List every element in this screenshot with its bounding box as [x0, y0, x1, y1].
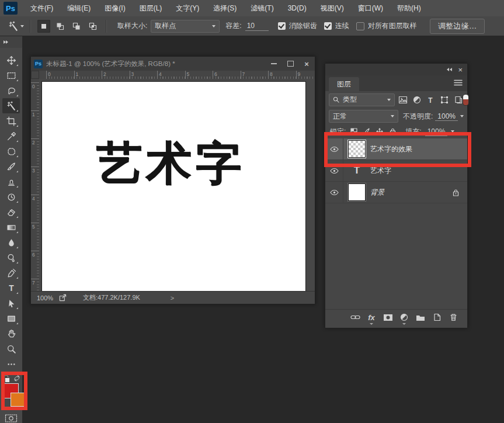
- new-layer-button[interactable]: [432, 312, 442, 323]
- lasso-tool[interactable]: [2, 83, 20, 98]
- pen-tool[interactable]: [2, 265, 20, 280]
- brush-tool[interactable]: [2, 159, 20, 174]
- gradient-tool[interactable]: [2, 220, 20, 235]
- edit-toolbar-button[interactable]: [2, 356, 20, 372]
- sample-size-dropdown[interactable]: 取样点: [151, 20, 220, 33]
- maximize-button[interactable]: [282, 57, 298, 71]
- tolerance-input[interactable]: 10: [245, 21, 269, 31]
- delete-layer-button[interactable]: [448, 312, 458, 323]
- svg-text:T: T: [9, 283, 14, 293]
- opacity-value[interactable]: 100%: [435, 112, 458, 121]
- panel-bottom-bar: fx: [325, 309, 467, 325]
- export-icon[interactable]: [59, 294, 67, 301]
- eyedropper-tool[interactable]: [2, 129, 20, 144]
- close-button[interactable]: ×: [298, 57, 315, 71]
- shape-filter-button[interactable]: [439, 95, 450, 105]
- new-selection-mode-button[interactable]: [37, 20, 50, 33]
- canvas[interactable]: 艺术字: [41, 81, 306, 293]
- visibility-toggle[interactable]: [325, 182, 343, 203]
- sample-all-layers-checkbox[interactable]: [356, 22, 364, 30]
- tool-preset-picker[interactable]: [7, 20, 25, 33]
- rectangle-tool[interactable]: [2, 311, 20, 326]
- menu-type[interactable]: 文字(Y): [169, 0, 206, 16]
- layer-thumbnail-background[interactable]: [348, 183, 366, 201]
- expand-tools-panel-button[interactable]: [0, 36, 22, 48]
- layer-name[interactable]: 艺术字: [370, 166, 467, 176]
- options-bar: 取样大小: 取样点 容差: 10 消除锯齿 连续 对所有图层取样 调整边缘…: [0, 16, 504, 36]
- blend-mode-dropdown[interactable]: 正常: [329, 110, 398, 123]
- maximize-icon: [287, 61, 294, 67]
- filter-kind-dropdown[interactable]: 类型: [329, 93, 395, 106]
- eraser-tool[interactable]: [2, 204, 20, 220]
- contiguous-checkbox[interactable]: [324, 22, 332, 30]
- add-layer-mask-button[interactable]: [383, 312, 393, 323]
- dropdown-caret-icon: [212, 25, 215, 27]
- menu-layer[interactable]: 图层(L): [133, 0, 169, 16]
- crop-tool[interactable]: [2, 113, 20, 129]
- magic-wand-tool[interactable]: [2, 98, 20, 113]
- path-selection-tool[interactable]: [2, 296, 20, 311]
- layer-style-button[interactable]: fx: [366, 312, 377, 323]
- zoom-tool[interactable]: [2, 341, 20, 356]
- history-brush-tool[interactable]: [2, 189, 20, 204]
- layer-row-background[interactable]: 背景: [325, 182, 467, 203]
- collapse-panel-button[interactable]: [447, 68, 452, 71]
- blur-tool[interactable]: [2, 235, 20, 250]
- double-arrow-left-icon: [450, 68, 452, 71]
- type-filter-button[interactable]: T: [425, 95, 436, 105]
- preset-caret-icon: [20, 25, 24, 27]
- pixel-filter-button[interactable]: [398, 95, 409, 105]
- ruler-label: 8: [268, 71, 273, 79]
- fx-icon: fx: [368, 313, 375, 322]
- menu-window[interactable]: 窗口(W): [351, 0, 390, 16]
- layer-name[interactable]: 背景: [370, 188, 453, 197]
- quick-mask-mode-button[interactable]: [5, 414, 18, 423]
- menu-help[interactable]: 帮助(H): [390, 0, 428, 16]
- add-to-selection-mode-button[interactable]: [54, 20, 67, 33]
- dodge-tool[interactable]: [2, 250, 20, 265]
- adjustment-filter-button[interactable]: [411, 95, 422, 105]
- type-tool[interactable]: T: [2, 280, 20, 296]
- menu-3d[interactable]: 3D(D): [281, 0, 314, 16]
- clone-stamp-tool[interactable]: [2, 174, 20, 189]
- document-titlebar[interactable]: Ps 未标题-1 @ 100% (艺术字的效果, RGB/8) * ×: [31, 57, 315, 71]
- menu-view[interactable]: 视图(V): [314, 0, 351, 16]
- menu-file[interactable]: 文件(F): [23, 0, 60, 16]
- adjustment-layer-button[interactable]: [399, 312, 409, 323]
- subtract-from-selection-mode-button[interactable]: [70, 20, 83, 33]
- rectangular-marquee-tool[interactable]: [2, 68, 20, 83]
- panel-menu-icon[interactable]: [454, 79, 463, 86]
- blend-mode-row: 正常 不透明度: 100%: [325, 108, 467, 124]
- menu-filter[interactable]: 滤镜(T): [244, 0, 280, 16]
- zoom-level-field[interactable]: 100%: [37, 294, 59, 301]
- menu-edit[interactable]: 编辑(E): [60, 0, 98, 16]
- minimize-button[interactable]: [266, 57, 282, 71]
- image-filter-icon: [398, 96, 408, 104]
- menu-select[interactable]: 选择(S): [206, 0, 244, 16]
- filter-pin-toggle[interactable]: [463, 94, 469, 106]
- adjustment-filter-icon: [413, 96, 421, 104]
- panel-close-button[interactable]: ×: [458, 66, 463, 74]
- brush-icon: [6, 162, 16, 172]
- ruler-label: 2: [31, 138, 39, 145]
- move-tool[interactable]: [2, 53, 20, 68]
- new-group-button[interactable]: [415, 312, 426, 323]
- eraser-icon: [6, 207, 16, 217]
- layers-tab[interactable]: 图层: [329, 77, 359, 91]
- anti-alias-checkbox[interactable]: [278, 22, 286, 30]
- horizontal-ruler[interactable]: 0 1 2 3 4 5 6 7 8 9: [39, 71, 315, 79]
- sample-all-layers-option: 对所有图层取样: [356, 21, 417, 31]
- document-size-info[interactable]: 文档:477.2K/127.9K: [83, 293, 140, 302]
- refine-edge-button[interactable]: 调整边缘…: [430, 19, 485, 34]
- intersect-selection-mode-button[interactable]: [86, 20, 99, 33]
- status-more-button[interactable]: >: [171, 294, 174, 301]
- sample-all-layers-label: 对所有图层取样: [368, 21, 417, 31]
- vertical-ruler[interactable]: 0 1 2 3 4 5 6 7: [31, 79, 40, 292]
- menu-image[interactable]: 图像(I): [98, 0, 132, 16]
- link-layers-button[interactable]: [350, 312, 360, 323]
- ruler-label: 3: [31, 167, 39, 174]
- opacity-caret-icon[interactable]: [460, 115, 464, 117]
- hand-tool[interactable]: [2, 326, 20, 341]
- spot-healing-brush-tool[interactable]: [2, 144, 20, 159]
- photoshop-logo-icon: Ps: [4, 2, 18, 15]
